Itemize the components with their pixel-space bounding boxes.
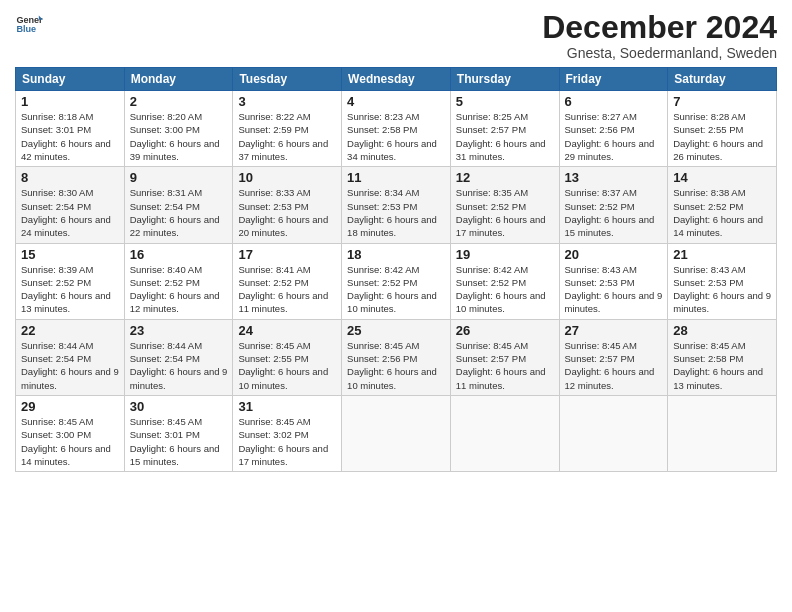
day-number: 21 <box>673 247 771 262</box>
calendar-cell: 2 Sunrise: 8:20 AM Sunset: 3:00 PM Dayli… <box>124 91 233 167</box>
calendar-cell: 21 Sunrise: 8:43 AM Sunset: 2:53 PM Dayl… <box>668 243 777 319</box>
day-info: Sunrise: 8:30 AM Sunset: 2:54 PM Dayligh… <box>21 186 119 239</box>
day-number: 26 <box>456 323 554 338</box>
title-block: December 2024 Gnesta, Soedermanland, Swe… <box>542 10 777 61</box>
day-info: Sunrise: 8:40 AM Sunset: 2:52 PM Dayligh… <box>130 263 228 316</box>
calendar-cell: 18 Sunrise: 8:42 AM Sunset: 2:52 PM Dayl… <box>342 243 451 319</box>
calendar-cell: 31 Sunrise: 8:45 AM Sunset: 3:02 PM Dayl… <box>233 395 342 471</box>
weekday-header: Sunday <box>16 68 125 91</box>
calendar-cell: 12 Sunrise: 8:35 AM Sunset: 2:52 PM Dayl… <box>450 167 559 243</box>
day-info: Sunrise: 8:44 AM Sunset: 2:54 PM Dayligh… <box>21 339 119 392</box>
day-info: Sunrise: 8:23 AM Sunset: 2:58 PM Dayligh… <box>347 110 445 163</box>
calendar-cell: 10 Sunrise: 8:33 AM Sunset: 2:53 PM Dayl… <box>233 167 342 243</box>
day-info: Sunrise: 8:45 AM Sunset: 2:57 PM Dayligh… <box>565 339 663 392</box>
day-number: 24 <box>238 323 336 338</box>
day-info: Sunrise: 8:45 AM Sunset: 2:58 PM Dayligh… <box>673 339 771 392</box>
day-info: Sunrise: 8:44 AM Sunset: 2:54 PM Dayligh… <box>130 339 228 392</box>
weekday-header: Tuesday <box>233 68 342 91</box>
day-number: 28 <box>673 323 771 338</box>
day-info: Sunrise: 8:39 AM Sunset: 2:52 PM Dayligh… <box>21 263 119 316</box>
day-info: Sunrise: 8:45 AM Sunset: 2:57 PM Dayligh… <box>456 339 554 392</box>
calendar-table: SundayMondayTuesdayWednesdayThursdayFrid… <box>15 67 777 472</box>
day-number: 16 <box>130 247 228 262</box>
day-number: 2 <box>130 94 228 109</box>
page: General Blue December 2024 Gnesta, Soede… <box>0 0 792 612</box>
day-number: 13 <box>565 170 663 185</box>
weekday-header: Friday <box>559 68 668 91</box>
day-info: Sunrise: 8:28 AM Sunset: 2:55 PM Dayligh… <box>673 110 771 163</box>
day-info: Sunrise: 8:37 AM Sunset: 2:52 PM Dayligh… <box>565 186 663 239</box>
day-info: Sunrise: 8:41 AM Sunset: 2:52 PM Dayligh… <box>238 263 336 316</box>
calendar-cell: 28 Sunrise: 8:45 AM Sunset: 2:58 PM Dayl… <box>668 319 777 395</box>
weekday-header: Thursday <box>450 68 559 91</box>
calendar-cell: 20 Sunrise: 8:43 AM Sunset: 2:53 PM Dayl… <box>559 243 668 319</box>
calendar-cell: 11 Sunrise: 8:34 AM Sunset: 2:53 PM Dayl… <box>342 167 451 243</box>
calendar-cell: 25 Sunrise: 8:45 AM Sunset: 2:56 PM Dayl… <box>342 319 451 395</box>
day-number: 5 <box>456 94 554 109</box>
calendar-week-row: 29 Sunrise: 8:45 AM Sunset: 3:00 PM Dayl… <box>16 395 777 471</box>
day-number: 25 <box>347 323 445 338</box>
day-info: Sunrise: 8:25 AM Sunset: 2:57 PM Dayligh… <box>456 110 554 163</box>
day-number: 30 <box>130 399 228 414</box>
day-info: Sunrise: 8:45 AM Sunset: 2:56 PM Dayligh… <box>347 339 445 392</box>
day-number: 14 <box>673 170 771 185</box>
weekday-header: Monday <box>124 68 233 91</box>
day-number: 1 <box>21 94 119 109</box>
calendar-cell: 7 Sunrise: 8:28 AM Sunset: 2:55 PM Dayli… <box>668 91 777 167</box>
day-info: Sunrise: 8:27 AM Sunset: 2:56 PM Dayligh… <box>565 110 663 163</box>
weekday-header: Saturday <box>668 68 777 91</box>
day-info: Sunrise: 8:43 AM Sunset: 2:53 PM Dayligh… <box>673 263 771 316</box>
calendar-week-row: 1 Sunrise: 8:18 AM Sunset: 3:01 PM Dayli… <box>16 91 777 167</box>
day-number: 20 <box>565 247 663 262</box>
day-info: Sunrise: 8:45 AM Sunset: 3:01 PM Dayligh… <box>130 415 228 468</box>
header: General Blue December 2024 Gnesta, Soede… <box>15 10 777 61</box>
location-title: Gnesta, Soedermanland, Sweden <box>542 45 777 61</box>
calendar-cell <box>342 395 451 471</box>
day-info: Sunrise: 8:20 AM Sunset: 3:00 PM Dayligh… <box>130 110 228 163</box>
day-number: 29 <box>21 399 119 414</box>
day-info: Sunrise: 8:18 AM Sunset: 3:01 PM Dayligh… <box>21 110 119 163</box>
calendar-cell: 3 Sunrise: 8:22 AM Sunset: 2:59 PM Dayli… <box>233 91 342 167</box>
calendar-week-row: 8 Sunrise: 8:30 AM Sunset: 2:54 PM Dayli… <box>16 167 777 243</box>
day-info: Sunrise: 8:35 AM Sunset: 2:52 PM Dayligh… <box>456 186 554 239</box>
day-info: Sunrise: 8:38 AM Sunset: 2:52 PM Dayligh… <box>673 186 771 239</box>
calendar-cell: 5 Sunrise: 8:25 AM Sunset: 2:57 PM Dayli… <box>450 91 559 167</box>
calendar-cell: 14 Sunrise: 8:38 AM Sunset: 2:52 PM Dayl… <box>668 167 777 243</box>
day-number: 8 <box>21 170 119 185</box>
day-info: Sunrise: 8:42 AM Sunset: 2:52 PM Dayligh… <box>456 263 554 316</box>
logo: General Blue <box>15 10 43 38</box>
day-number: 6 <box>565 94 663 109</box>
svg-text:Blue: Blue <box>16 24 36 34</box>
day-number: 19 <box>456 247 554 262</box>
day-number: 27 <box>565 323 663 338</box>
calendar-cell: 15 Sunrise: 8:39 AM Sunset: 2:52 PM Dayl… <box>16 243 125 319</box>
calendar-cell: 13 Sunrise: 8:37 AM Sunset: 2:52 PM Dayl… <box>559 167 668 243</box>
calendar-cell: 22 Sunrise: 8:44 AM Sunset: 2:54 PM Dayl… <box>16 319 125 395</box>
day-number: 9 <box>130 170 228 185</box>
calendar-cell: 17 Sunrise: 8:41 AM Sunset: 2:52 PM Dayl… <box>233 243 342 319</box>
day-number: 10 <box>238 170 336 185</box>
day-info: Sunrise: 8:34 AM Sunset: 2:53 PM Dayligh… <box>347 186 445 239</box>
calendar-cell: 16 Sunrise: 8:40 AM Sunset: 2:52 PM Dayl… <box>124 243 233 319</box>
calendar-cell: 29 Sunrise: 8:45 AM Sunset: 3:00 PM Dayl… <box>16 395 125 471</box>
day-number: 23 <box>130 323 228 338</box>
day-number: 7 <box>673 94 771 109</box>
day-number: 15 <box>21 247 119 262</box>
calendar-cell: 9 Sunrise: 8:31 AM Sunset: 2:54 PM Dayli… <box>124 167 233 243</box>
calendar-cell: 23 Sunrise: 8:44 AM Sunset: 2:54 PM Dayl… <box>124 319 233 395</box>
day-number: 3 <box>238 94 336 109</box>
calendar-cell: 6 Sunrise: 8:27 AM Sunset: 2:56 PM Dayli… <box>559 91 668 167</box>
calendar-cell: 8 Sunrise: 8:30 AM Sunset: 2:54 PM Dayli… <box>16 167 125 243</box>
weekday-header-row: SundayMondayTuesdayWednesdayThursdayFrid… <box>16 68 777 91</box>
calendar-cell <box>450 395 559 471</box>
calendar-week-row: 15 Sunrise: 8:39 AM Sunset: 2:52 PM Dayl… <box>16 243 777 319</box>
day-number: 4 <box>347 94 445 109</box>
logo-icon: General Blue <box>15 10 43 38</box>
day-number: 22 <box>21 323 119 338</box>
calendar-cell <box>668 395 777 471</box>
day-number: 17 <box>238 247 336 262</box>
day-info: Sunrise: 8:31 AM Sunset: 2:54 PM Dayligh… <box>130 186 228 239</box>
day-info: Sunrise: 8:33 AM Sunset: 2:53 PM Dayligh… <box>238 186 336 239</box>
calendar-cell: 24 Sunrise: 8:45 AM Sunset: 2:55 PM Dayl… <box>233 319 342 395</box>
day-info: Sunrise: 8:45 AM Sunset: 3:00 PM Dayligh… <box>21 415 119 468</box>
